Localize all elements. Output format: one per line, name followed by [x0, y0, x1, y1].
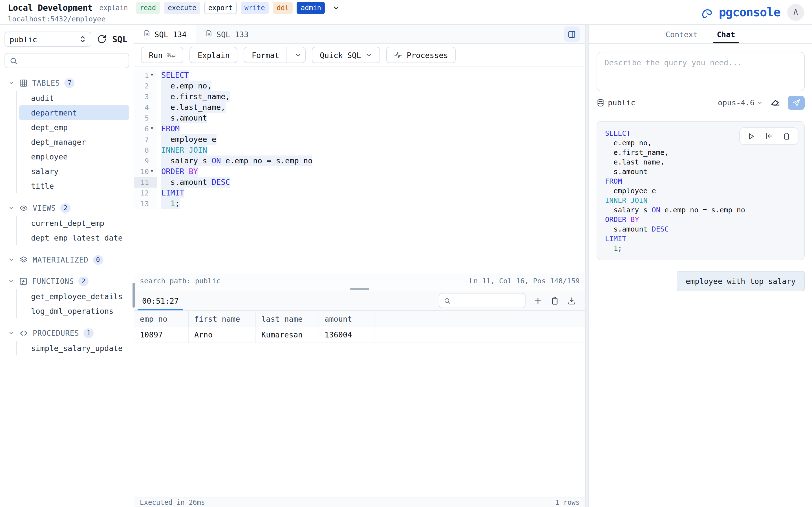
line-number: 2 — [134, 80, 149, 91]
permission-badge-admin: admin — [297, 1, 325, 14]
code-line-1[interactable]: 1▼SELECT — [134, 70, 585, 80]
tree-item-dept_emp[interactable]: dept_emp — [19, 120, 129, 135]
fold-marker[interactable]: ▼ — [149, 166, 155, 177]
token-plain: e.emp_no = s.emp_no — [221, 156, 312, 165]
explain-button[interactable]: Explain — [190, 47, 238, 63]
tree-item-department[interactable]: department — [19, 105, 129, 120]
panel-resize-gutter[interactable] — [585, 25, 589, 507]
column-header-emp_no[interactable]: emp_no — [134, 311, 188, 327]
tree-item-employee[interactable]: employee — [19, 149, 129, 164]
code-line-13[interactable]: 13 1; — [134, 198, 585, 209]
sidebar-resize-handle[interactable] — [133, 283, 135, 307]
copy-sql-icon[interactable] — [783, 132, 791, 140]
code-line-13: 1; — [605, 243, 796, 253]
copy-results-icon[interactable] — [550, 296, 559, 305]
header: Local Development explainreadexecuteexpo… — [0, 0, 812, 25]
tree-item-dept_manager[interactable]: dept_manager — [19, 135, 129, 149]
splitter-grip[interactable] — [350, 288, 369, 290]
connection-menu-chevron-icon[interactable] — [333, 4, 340, 11]
tree-item-dept_emp_latest_date[interactable]: dept_emp_latest_date — [19, 230, 129, 245]
panel-toggle-button[interactable] — [564, 26, 580, 42]
row-count: 1 rows — [555, 498, 580, 506]
code-line-8[interactable]: 8INNER JOIN — [134, 145, 585, 156]
gutter-line-10: 10▼ — [134, 166, 157, 177]
fold-marker[interactable]: ▼ — [149, 123, 155, 134]
send-button[interactable] — [788, 96, 805, 110]
section-name: VIEWS — [33, 204, 56, 212]
add-tab-icon[interactable] — [534, 296, 543, 305]
result-timer-tab[interactable]: 00:51:27 — [137, 291, 185, 311]
results-search[interactable] — [439, 293, 525, 308]
token-plain: employee e — [605, 186, 656, 195]
format-dropdown-chevron-icon[interactable] — [292, 47, 305, 62]
sql-editor[interactable]: 1▼SELECT2 e.emp_no,3 e.first_name,4 e.la… — [134, 66, 585, 274]
tree-item-title[interactable]: title — [19, 179, 129, 193]
line-number: 7 — [134, 134, 149, 145]
refresh-icon[interactable] — [97, 34, 107, 44]
column-header-amount[interactable]: amount — [319, 311, 374, 327]
sidebar-search[interactable] — [4, 53, 129, 68]
schema-select[interactable]: public — [4, 32, 91, 47]
select-chevrons-icon — [79, 35, 86, 43]
token-plain: ; — [175, 199, 180, 208]
tree-item-salary[interactable]: salary — [19, 164, 129, 179]
code-line-3[interactable]: 3 e.first_name, — [134, 91, 585, 102]
results-splitter[interactable] — [134, 287, 585, 291]
editor-tab-sql-134[interactable]: SQL 134 — [134, 25, 196, 43]
token-plain: e.first_name, — [161, 92, 230, 101]
code-line-8: INNER JOIN — [605, 195, 796, 205]
editor-tab-sql-133[interactable]: SQL 133 — [196, 25, 258, 43]
tree-item-audit[interactable]: audit — [19, 91, 129, 105]
code-line-5: s.amount — [605, 167, 796, 176]
model-select[interactable]: opus-4.6 — [718, 98, 763, 107]
token-join: INNER JOIN — [161, 145, 207, 154]
sql-mode-label[interactable]: SQL — [112, 34, 128, 44]
permission-badge-explain: explain — [98, 1, 132, 14]
elephant-logo-icon — [701, 5, 716, 19]
section-header-materialized[interactable]: MATERIALIZED0 — [4, 253, 129, 267]
avatar[interactable]: A — [787, 4, 804, 20]
section-header-views[interactable]: VIEWS2 — [4, 201, 129, 215]
sidebar-search-input[interactable] — [21, 56, 124, 65]
processes-button[interactable]: Processes — [387, 47, 456, 63]
schema-context[interactable]: public — [597, 98, 636, 107]
section-header-procedures[interactable]: PROCEDURES1 — [4, 326, 129, 340]
tab-context[interactable]: Context — [665, 25, 699, 43]
chat-meta-row: public opus-4.6 — [597, 91, 805, 114]
insert-into-editor-icon[interactable] — [765, 132, 773, 140]
code-line-4[interactable]: 4 e.last_name, — [134, 102, 585, 113]
section-name: TABLES — [32, 78, 60, 87]
run-button[interactable]: Run ⌘↵ — [141, 47, 184, 63]
column-header-last_name[interactable]: last_name — [255, 311, 319, 327]
code-line-7[interactable]: 7 employee e — [134, 134, 585, 145]
chat-input[interactable] — [597, 52, 804, 91]
code-line-12[interactable]: 12LIMIT — [134, 187, 585, 198]
tree-item-current_dept_emp[interactable]: current_dept_emp — [19, 216, 129, 230]
tab-chat[interactable]: Chat — [716, 25, 736, 43]
code-line-6[interactable]: 6▼FROM — [134, 123, 585, 134]
code-line-11[interactable]: 11 s.amount DESC — [134, 177, 585, 187]
results-search-input[interactable] — [454, 296, 520, 305]
code-line-9[interactable]: 9 salary s ON e.emp_no = s.emp_no — [134, 156, 585, 166]
tree-item-log_dml_operations[interactable]: log_dml_operations — [19, 304, 129, 318]
format-label[interactable]: Format — [245, 47, 287, 62]
tree-item-simple_salary_update[interactable]: simple_salary_update — [19, 341, 129, 355]
clear-chat-icon[interactable] — [770, 98, 780, 108]
code-line-5[interactable]: 5 s.amount — [134, 113, 585, 123]
tree-item-get_employee_details[interactable]: get_employee_details — [19, 289, 129, 304]
table-row[interactable]: 10897ArnoKumaresan136004 — [134, 327, 585, 342]
section-header-functions[interactable]: FUNCTIONS2 — [4, 274, 129, 288]
section-header-tables[interactable]: TABLES7 — [4, 76, 129, 90]
format-button[interactable]: Format — [244, 47, 306, 63]
code-line-10[interactable]: 10▼ORDER BY — [134, 166, 585, 177]
fold-marker[interactable]: ▼ — [149, 70, 155, 80]
code-line-2[interactable]: 2 e.emp_no, — [134, 80, 585, 91]
download-results-icon[interactable] — [567, 296, 576, 305]
column-header-first_name[interactable]: first_name — [188, 311, 255, 327]
code-line-text: s.amount DESC — [605, 224, 669, 234]
quick-sql-button[interactable]: Quick SQL — [312, 47, 380, 63]
token-plain: e.first_name, — [605, 148, 669, 157]
run-sql-icon[interactable] — [747, 132, 755, 140]
line-number: 11 — [134, 177, 149, 187]
section-name: MATERIALIZED — [33, 256, 88, 264]
